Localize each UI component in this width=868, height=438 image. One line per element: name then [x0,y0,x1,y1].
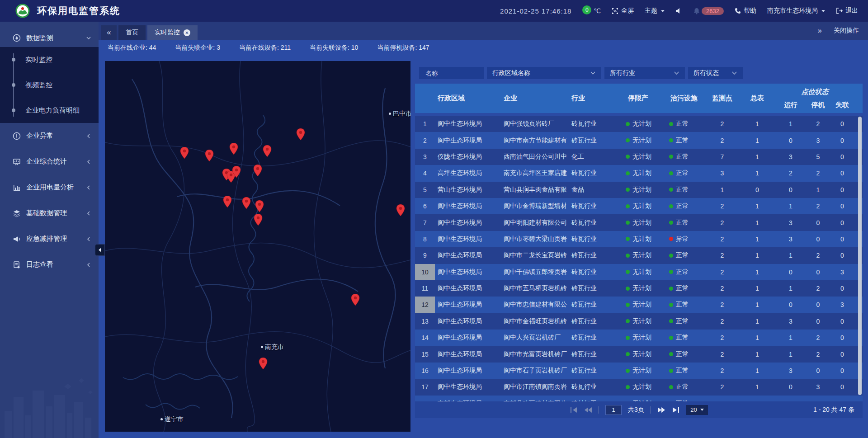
row-index: 5 [415,182,435,198]
cell-stopped-count: 0 [806,214,830,231]
name-input-field[interactable] [425,69,479,77]
notification-area[interactable]: 2632 [693,7,724,15]
table-row[interactable]: 12 阆中生态环境局 阆中市忠信建材有限公 砖瓦行业 无计划 正常 2 1 0 [415,297,863,313]
search-name-input[interactable] [419,67,484,79]
map-panel[interactable]: 巴中市 南充市 遂宁市 [105,61,410,432]
sidebar-item-power-analysis[interactable]: 企业用电量分析 [0,174,99,200]
first-page-button[interactable] [570,407,578,413]
sidebar-item-enterprise-abnormal[interactable]: 企业异常 [0,123,99,149]
cell-facility-status: 正常 [666,313,705,330]
col-header-stopped: 停机 [806,97,830,113]
cell-industry: 砖瓦行业 [569,132,623,148]
sidebar-item-enterprise-statistics[interactable]: 企业综合统计 [0,149,99,174]
industry-select[interactable]: 所有行业 [604,67,685,79]
submenu-item-label: 企业电力负荷明细 [25,106,80,115]
cell-total-count: 1 [739,330,775,346]
tab-scroll-left-button[interactable]: « [101,25,117,40]
sidebar-item-log-view[interactable]: 日志查看 [0,252,99,278]
cell-total-count: 0 [739,182,775,198]
row-index: 18 [415,396,435,401]
table-row[interactable]: 6 阆中生态环境局 阆中市金博瑞新型墙材 砖瓦行业 无计划 正常 2 1 1 [415,198,863,214]
sidebar-item-power-load-detail[interactable]: 企业电力负荷明细 [0,98,99,123]
theme-dropdown[interactable]: 主题 [645,7,665,15]
alert-circle-icon [13,132,21,140]
cell-region: 阆中生态环境局 [435,330,501,346]
table-row[interactable]: 5 营山生态环境局 营山县润丰肉食品有限 食品 无计划 正常 1 0 0 [415,182,863,198]
last-page-button[interactable] [672,407,680,413]
sidebar-item-video-monitoring[interactable]: 视频监控 [0,72,99,98]
table-scrollbar[interactable] [858,117,862,395]
sidebar-item-realtime-monitoring[interactable]: 实时监控 [0,47,99,72]
map-pin-icon[interactable] [396,204,405,216]
cell-company: 阆中明阳建材有限公司 [501,214,569,231]
sidebar-collapse-handle[interactable] [95,244,105,256]
logout-button[interactable]: 退出 [836,7,858,15]
table-row[interactable]: 8 阆中生态环境局 阆中市枣碧大梁山页岩 砖瓦行业 无计划 异常 2 1 3 [415,231,863,247]
prev-page-button[interactable] [584,407,592,413]
table-row[interactable]: 1 阆中生态环境局 阆中强锐页岩砖厂 砖瓦行业 无计划 正常 2 1 1 [415,116,863,132]
table-row[interactable]: 13 阆中生态环境局 阆中市金福旺页岩机砖 砖瓦行业 无计划 正常 2 1 3 [415,313,863,330]
map-pin-icon[interactable] [296,128,305,140]
cell-industry: 砖瓦行业 [569,214,623,231]
map-pin-icon[interactable] [232,166,241,178]
table-row[interactable]: 14 阆中生态环境局 阆中大兴页岩机砖厂 砖瓦行业 无计划 正常 2 1 1 [415,330,863,346]
tab-home[interactable]: 首页 [118,25,146,40]
cell-lost-count: 0 [830,214,854,231]
map-pin-icon[interactable] [254,214,263,226]
speaker-icon[interactable] [675,8,683,14]
map-pin-icon[interactable] [259,358,268,369]
cell-stopped-count: 2 [806,346,830,362]
cell-company: 阆中市枣碧大梁山页岩 [501,231,569,247]
table-row[interactable]: 9 阆中生态环境局 阆中市二龙长宝页岩砖 砖瓦行业 无计划 正常 2 1 1 [415,247,863,264]
sidebar-item-emergency-reduction[interactable]: 应急减排管理 [0,226,99,252]
status-dot-icon [669,254,673,258]
table-row[interactable]: 11 阆中生态环境局 阆中市五马桥页岩机砖 砖瓦行业 无计划 正常 2 1 1 [415,280,863,297]
sidebar-item-base-data-management[interactable]: 基础数据管理 [0,200,99,226]
map-pin-icon[interactable] [205,150,214,161]
map-pin-icon[interactable] [242,197,251,209]
temperature-unit: ℃ [594,7,601,14]
cell-region: 阆中生态环境局 [435,363,501,379]
next-page-button[interactable] [657,407,665,413]
cell-company: 阆中市二龙长宝页岩砖 [501,247,569,264]
map-pin-icon[interactable] [351,294,360,306]
row-index: 8 [415,231,435,247]
status-select[interactable]: 所有状态 [688,67,743,79]
table-row[interactable]: 7 阆中生态环境局 阆中明阳建材有限公司 砖瓦行业 无计划 正常 2 1 3 [415,214,863,231]
fullscreen-button[interactable]: 全屏 [612,7,634,15]
table-row[interactable]: 17 阆中生态环境局 阆中市江南镇阆南页岩 砖瓦行业 无计划 正常 2 1 0 [415,379,863,395]
tab-close-icon[interactable]: ✕ [184,29,190,36]
page-size-select[interactable]: 20 [686,405,708,415]
table-row[interactable]: 2 阆中生态环境局 阆中市南方节能建材有 砖瓦行业 无计划 正常 2 1 0 [415,132,863,148]
table-row[interactable]: 18 南部生态环境局 南部县砖瓦建材有限公 建材加工 无计划 正常 2 1 0 [415,396,863,401]
row-index: 17 [415,379,435,395]
table-row[interactable]: 4 高坪生态环境局 南充市高坪区王家店建 砖瓦行业 无计划 正常 3 1 2 [415,165,863,181]
sidebar-item-data-monitoring[interactable]: 数据监测 [0,29,99,47]
cell-monitor-count: 2 [705,116,739,132]
app-title: 环保用电监管系统 [37,5,120,17]
map-pin-icon[interactable] [253,165,262,176]
timeline-dot-icon [12,83,15,87]
help-button[interactable]: 帮助 [735,7,756,15]
map-pin-icon[interactable] [255,200,264,212]
table-row[interactable]: 15 阆中生态环境局 阆中市光富页岩机砖厂 砖瓦行业 无计划 正常 2 1 1 [415,346,863,362]
organization-dropdown[interactable]: 南充市生态环境局 [767,7,825,15]
cell-company: 阆中市五马桥页岩机砖 [501,280,569,297]
cell-facility-status: 正常 [666,247,705,264]
table-row[interactable]: 10 阆中生态环境局 阆中千佛镇五郎垭页岩 砖瓦行业 无计划 正常 2 1 0 [415,264,863,280]
tab-scroll-right-button[interactable]: » [818,26,822,35]
cell-monitor-count: 2 [705,363,739,379]
map-pin-icon[interactable] [223,196,232,207]
tab-realtime-monitoring[interactable]: 实时监控 ✕ [147,25,198,40]
cell-region: 阆中生态环境局 [435,198,501,214]
cell-total-count: 1 [739,149,775,165]
close-operations-button[interactable]: 关闭操作 [834,27,859,35]
table-row[interactable]: 3 仪陇生态环境局 西南油气田分公司川中 化工 无计划 正常 7 1 3 [415,149,863,165]
region-select[interactable]: 行政区域名称 [487,67,601,79]
row-index: 4 [415,165,435,181]
map-pin-icon[interactable] [180,147,189,159]
map-pin-icon[interactable] [263,145,272,157]
table-row[interactable]: 16 阆中生态环境局 阆中市石子页岩机砖厂 砖瓦行业 无计划 正常 2 1 3 [415,363,863,379]
page-number-input[interactable] [605,405,622,415]
map-pin-icon[interactable] [229,143,238,155]
